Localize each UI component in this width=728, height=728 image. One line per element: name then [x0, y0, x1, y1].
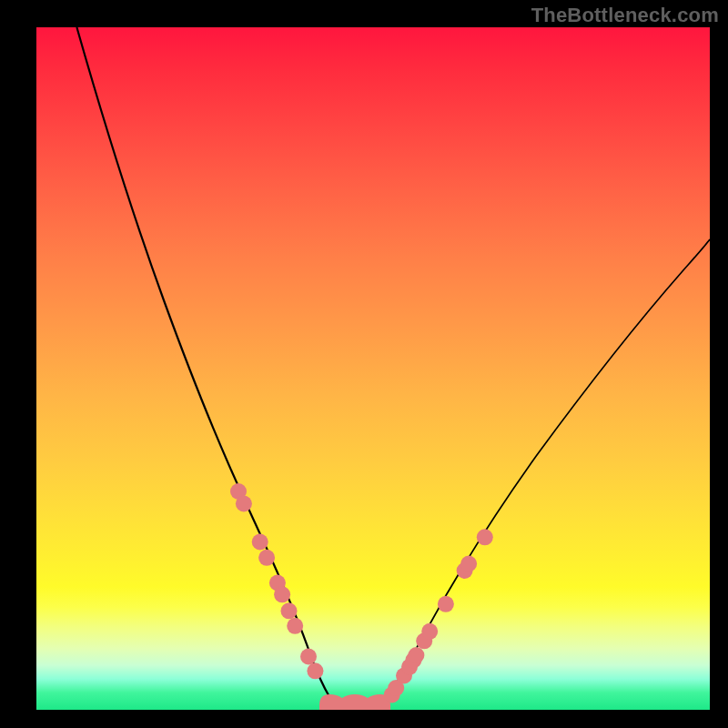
marker-dot	[287, 618, 303, 634]
watermark-text: TheBottleneck.com	[531, 4, 719, 27]
marker-dot	[252, 534, 268, 551]
marker-dot	[438, 596, 454, 612]
marker-dot	[421, 623, 438, 640]
chart-frame: TheBottleneck.com	[0, 0, 728, 728]
left-curve	[76, 27, 336, 705]
marker-group	[230, 483, 493, 703]
marker-dot	[408, 647, 424, 663]
marker-dot	[258, 550, 275, 566]
marker-dot	[477, 529, 493, 545]
marker-dot	[281, 602, 298, 619]
bottom-marker-cluster	[319, 694, 390, 710]
marker-dot	[274, 586, 290, 602]
plot-area	[36, 27, 710, 710]
marker-dot	[307, 662, 323, 679]
marker-dot	[236, 496, 252, 512]
chart-svg	[36, 27, 710, 710]
marker-dot	[300, 649, 317, 665]
marker-dot	[460, 556, 477, 572]
